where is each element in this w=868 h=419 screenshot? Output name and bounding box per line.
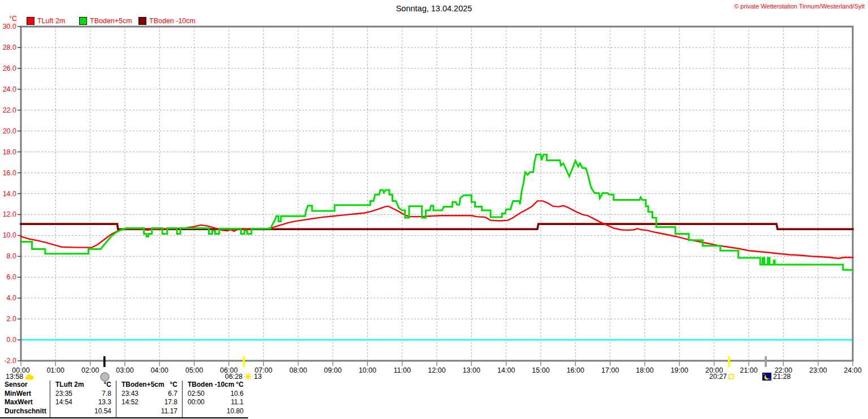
y-axis-tick-label: -2.0 bbox=[4, 357, 16, 365]
table-max-row: 14:5413.3 bbox=[50, 398, 116, 407]
moonrise-icon bbox=[762, 373, 771, 381]
table-row-label-column: SensorMinWertMaxWertDurchschnitt bbox=[0, 381, 50, 418]
table-row-label: MinWert bbox=[0, 390, 50, 399]
sensor-unit: °C bbox=[236, 381, 248, 390]
table-max-row: 14:5217.8 bbox=[116, 398, 182, 407]
table-row-label: Durchschnitt bbox=[0, 407, 50, 416]
table-max-row: 00:0011.1 bbox=[183, 398, 248, 407]
x-axis-tick-label: 23:00 bbox=[809, 366, 827, 374]
y-axis-tick-label: 12.0 bbox=[3, 210, 16, 218]
x-axis-tick-label: 10:00 bbox=[359, 366, 376, 374]
sensor-name: TBoden -10cm bbox=[183, 381, 235, 390]
table-min-row: 23:357.8 bbox=[50, 390, 116, 399]
x-axis-tick-label: 18:00 bbox=[636, 366, 653, 374]
max-time: 14:54 bbox=[50, 398, 72, 407]
table-row-label: Sensor bbox=[0, 381, 50, 390]
table-row-label: MaxWert bbox=[0, 398, 50, 407]
table-min-row: 23:436.7 bbox=[116, 390, 182, 399]
moonrise-time: 21:28 bbox=[773, 373, 791, 381]
x-axis-tick-label: 03:00 bbox=[116, 366, 133, 374]
min-time: 23:43 bbox=[116, 390, 138, 399]
y-axis-tick-label: 20.0 bbox=[3, 127, 16, 135]
average-value: 10.80 bbox=[227, 407, 248, 416]
sensor-name: TLuft 2m bbox=[50, 381, 84, 390]
y-axis-tick-label: 14.0 bbox=[3, 190, 16, 198]
table-sensor-column-0: TLuft 2m°C23:357.814:5413.310.54 bbox=[50, 381, 116, 418]
x-axis-tick-label: 24:00 bbox=[844, 366, 861, 374]
max-value: 13.3 bbox=[98, 398, 116, 407]
sensor-stats-table: SensorMinWertMaxWertDurchschnittTLuft 2m… bbox=[0, 381, 248, 418]
max-value: 11.1 bbox=[231, 398, 248, 407]
y-axis-tick-label: 8.0 bbox=[7, 252, 16, 260]
table-header-row: TLuft 2m°C bbox=[50, 381, 116, 390]
table-avg-row: 10.54 bbox=[50, 407, 116, 416]
table-header-row: TBoden+5cm°C bbox=[116, 381, 182, 390]
temperature-line-chart: 30.028.026.024.022.020.018.016.014.012.0… bbox=[0, 0, 868, 419]
average-value: 11.17 bbox=[161, 407, 182, 416]
weather-chart-page: Sonntag, 13.04.2025 © private Wetterstat… bbox=[0, 0, 868, 419]
average-value: 10.54 bbox=[94, 407, 116, 416]
y-axis-tick-label: 18.0 bbox=[3, 148, 16, 156]
sun-icon bbox=[244, 373, 252, 381]
y-axis-tick-label: 4.0 bbox=[7, 294, 16, 302]
x-axis-tick-label: 12:00 bbox=[428, 366, 445, 374]
table-sensor-column-1: TBoden+5cm°C23:436.714:5217.811.17 bbox=[116, 381, 182, 418]
moonrise-annotation: 21:28 bbox=[762, 372, 791, 381]
y-axis-tick-label: 6.0 bbox=[7, 273, 16, 281]
sunrise-time: 06:28 bbox=[225, 373, 242, 381]
y-axis-tick-label: 26.0 bbox=[3, 64, 16, 72]
day-length-value: 13:58 bbox=[6, 373, 23, 381]
x-axis-tick-label: 11:00 bbox=[394, 366, 411, 374]
sensor-name: TBoden+5cm bbox=[116, 381, 164, 390]
min-value: 6.7 bbox=[168, 390, 182, 399]
x-axis-tick-label: 19:00 bbox=[671, 366, 688, 374]
min-time: 23:35 bbox=[50, 390, 72, 399]
y-axis-tick-label: 10.0 bbox=[3, 231, 16, 239]
x-axis-tick-label: 01:00 bbox=[47, 366, 64, 374]
max-time: 00:00 bbox=[183, 398, 205, 407]
x-axis-tick-label: 05:00 bbox=[185, 366, 203, 374]
sunset-annotation: 20:27 bbox=[709, 372, 734, 381]
min-value: 10.6 bbox=[231, 390, 248, 399]
moonset-annotation bbox=[99, 372, 110, 381]
y-axis-tick-label: 0.0 bbox=[7, 336, 16, 344]
sensor-unit: °C bbox=[104, 381, 116, 390]
max-time: 14:52 bbox=[116, 398, 138, 407]
y-axis-tick-label: 28.0 bbox=[3, 44, 16, 51]
table-avg-row: 11.17 bbox=[116, 407, 182, 416]
table-sensor-column-2: TBoden -10cm°C02:5010.600:0011.110.80 bbox=[182, 381, 248, 418]
table-header-row: TBoden -10cm°C bbox=[183, 381, 248, 390]
y-axis-tick-label: 30.0 bbox=[3, 23, 16, 31]
sensor-unit: °C bbox=[170, 381, 182, 390]
y-axis-tick-label: 22.0 bbox=[3, 106, 16, 114]
x-axis-tick-label: 09:00 bbox=[324, 366, 341, 374]
x-axis-tick-label: 17:00 bbox=[601, 366, 619, 374]
y-axis-tick-label: 16.0 bbox=[3, 169, 16, 177]
x-axis-tick-label: 15:00 bbox=[532, 366, 549, 374]
sunrise-annotation: 06:2813 bbox=[225, 372, 262, 381]
min-value: 7.8 bbox=[102, 390, 116, 399]
x-axis-tick-label: 13:00 bbox=[463, 366, 480, 374]
x-axis-tick-label: 08:00 bbox=[289, 366, 307, 374]
moon-icon bbox=[99, 372, 110, 382]
sunset-square-icon bbox=[728, 374, 734, 379]
x-axis-tick-label: 16:00 bbox=[567, 366, 584, 374]
y-axis-tick-label: 2.0 bbox=[7, 315, 16, 323]
table-min-row: 02:5010.6 bbox=[183, 390, 248, 399]
max-value: 17.8 bbox=[164, 398, 182, 407]
sunset-time: 20:27 bbox=[709, 373, 727, 381]
x-axis-tick-label: 21:00 bbox=[740, 366, 757, 374]
x-axis-tick-label: 02:00 bbox=[81, 366, 99, 374]
sunrise-extra-value: 13 bbox=[254, 373, 262, 381]
table-bottom-border bbox=[0, 417, 248, 418]
min-time: 02:50 bbox=[183, 390, 205, 399]
day-length-annotation: 13:58 bbox=[6, 372, 34, 381]
y-axis-tick-label: 24.0 bbox=[3, 85, 16, 93]
x-axis-tick-label: 04:00 bbox=[151, 366, 168, 374]
cloud-icon bbox=[25, 374, 34, 380]
x-axis-tick-label: 14:00 bbox=[497, 366, 515, 374]
series-tboden+5cm bbox=[21, 154, 853, 270]
table-avg-row: 10.80 bbox=[183, 407, 248, 416]
